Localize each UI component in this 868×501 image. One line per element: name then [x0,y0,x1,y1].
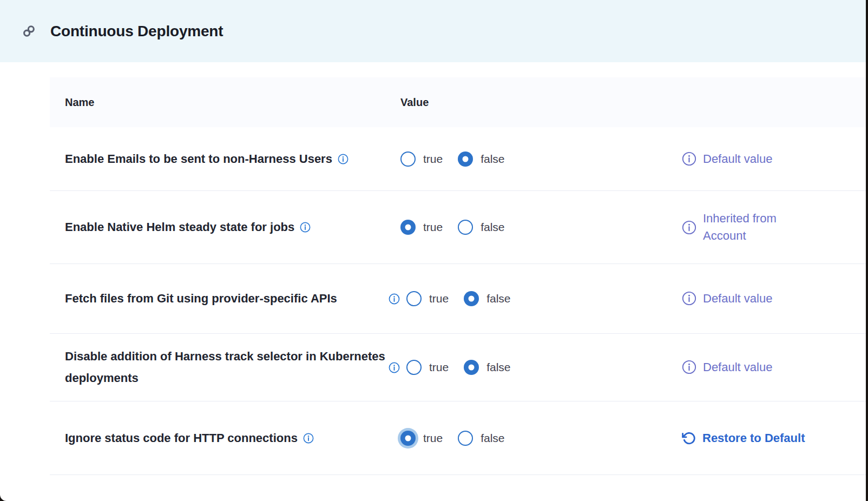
setting-status: Default value [682,359,855,376]
radio-false-label: false [486,361,510,374]
radio-true-label: true [429,361,449,374]
settings-row: Enable Emails to be sent to non-Harness … [50,127,866,191]
setting-name-cell: Fetch files from Git using provider-spec… [65,288,389,309]
radio-false-control[interactable] [458,431,473,446]
info-icon[interactable] [682,360,696,374]
info-icon[interactable] [389,362,400,373]
radio-true-control[interactable] [406,360,422,375]
radio-true[interactable]: true [400,431,443,446]
setting-value-cell: true false [389,151,682,167]
radio-true-label: true [423,221,443,234]
info-icon[interactable] [300,222,311,233]
info-icon[interactable] [682,151,696,166]
page-title: Continuous Deployment [50,23,223,40]
info-icon[interactable] [389,293,400,305]
radio-true-control[interactable] [400,431,416,446]
info-icon[interactable] [338,154,348,164]
setting-value-cell: true false [389,360,682,375]
restore-icon[interactable] [682,431,696,445]
settings-row: Enable Native Helm steady state for jobs… [50,191,866,264]
setting-value-cell: true false [389,220,682,235]
setting-name-cell: Ignore status code for HTTP connections [65,427,389,449]
setting-status: Inherited from Account [682,210,855,245]
setting-status: Default value [682,150,855,168]
info-icon[interactable] [682,291,696,306]
radio-false[interactable]: false [464,291,510,306]
radio-false-control[interactable] [458,151,473,167]
setting-name-cell: Enable Native Helm steady state for jobs [65,216,389,238]
setting-name: Enable Emails to be sent to non-Harness … [65,148,332,170]
setting-name: Fetch files from Git using provider-spec… [65,288,337,309]
settings-row: Fetch files from Git using provider-spec… [50,264,866,334]
radio-true-control[interactable] [400,151,416,167]
radio-false[interactable]: false [464,360,510,375]
radio-false-label: false [481,221,504,234]
setting-status: Default value [682,290,855,307]
radio-false-label: false [486,292,510,305]
settings-table-body: Enable Emails to be sent to non-Harness … [50,127,866,475]
radio-false[interactable]: false [458,151,504,167]
link-icon [22,24,36,38]
radio-false[interactable]: false [458,220,504,235]
radio-true[interactable]: true [406,360,449,375]
radio-true-control[interactable] [400,220,416,235]
radio-false-control[interactable] [458,220,473,235]
setting-name-cell: Disable addition of Harness track select… [65,346,389,388]
settings-table: Name Value Enable Emails to be sent to n… [50,77,866,475]
setting-value-cell: true false [389,291,682,306]
radio-false-control[interactable] [464,360,479,375]
radio-true-label: true [423,153,443,166]
radio-false-label: false [481,153,504,166]
radio-true[interactable]: true [400,220,443,235]
radio-true-label: true [423,432,443,445]
table-header-row: Name Value [50,77,866,127]
radio-false-control[interactable] [464,291,479,306]
setting-name-cell: Enable Emails to be sent to non-Harness … [65,148,389,170]
radio-true[interactable]: true [406,291,449,306]
restore-to-default-button[interactable]: Restore to Default [682,431,855,445]
setting-name: Ignore status code for HTTP connections [65,427,298,449]
settings-row: Disable addition of Harness track select… [50,334,866,401]
setting-name: Enable Native Helm steady state for jobs [65,216,294,238]
info-icon[interactable] [303,433,314,444]
settings-row: Ignore status code for HTTP connections … [50,401,866,475]
section-header: Continuous Deployment [0,0,866,62]
radio-true[interactable]: true [400,151,443,167]
radio-false-label: false [481,432,504,445]
info-icon[interactable] [682,220,696,235]
radio-true-control[interactable] [406,291,422,306]
status-label: Restore to Default [702,431,805,445]
status-label: Default value [703,150,772,168]
radio-false[interactable]: false [458,431,504,446]
column-header-value: Value [389,96,429,109]
setting-value-cell: true false [389,431,682,446]
settings-page: Continuous Deployment Name Value Enable … [0,0,866,501]
radio-true-label: true [429,292,449,305]
status-label: Inherited from Account [703,210,808,245]
status-label: Default value [703,290,772,307]
status-label: Default value [703,359,772,376]
column-header-name: Name [65,96,389,109]
setting-name: Disable addition of Harness track select… [65,346,389,388]
